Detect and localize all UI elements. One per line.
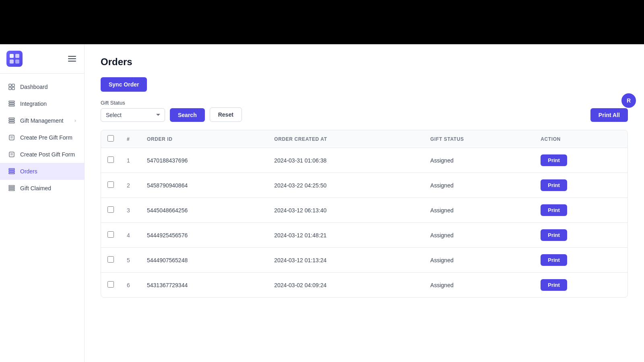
table-body: 1 5470188437696 2024-03-31 01:06:38 Assi… [101,148,627,298]
sidebar-item-label: Create Pre Gift Form [20,134,72,141]
row-gift-status-0: Assigned [424,148,534,173]
svg-rect-10 [9,105,14,106]
row-gift-status-1: Assigned [424,173,534,198]
chevron-right-icon: › [74,118,76,123]
row-gift-status-4: Assigned [424,248,534,273]
user-avatar[interactable]: R [621,93,636,108]
row-num-5: 6 [120,273,140,298]
nav-menu: Dashboard Integration [0,74,84,362]
hamburger-menu[interactable] [66,54,78,63]
sidebar-item-integration[interactable]: Integration [0,95,84,112]
sidebar-item-orders[interactable]: Orders [0,163,84,180]
col-header-gift-status: GIFT STATUS [424,130,534,148]
row-action-1: Print [534,173,627,198]
row-checkbox-1[interactable] [107,181,114,188]
row-num-0: 1 [120,148,140,173]
print-button-4[interactable]: Print [541,254,567,266]
print-button-2[interactable]: Print [541,204,567,216]
print-button-0[interactable]: Print [541,154,567,166]
orders-table-wrapper: # ORDER ID ORDER CREATED AT GIFT STATUS … [101,130,628,298]
row-created-at-1: 2024-03-22 04:25:50 [268,173,424,198]
sidebar-item-label: Gift Claimed [20,185,51,191]
reset-button[interactable]: Reset [210,107,242,122]
sidebar: Dashboard Integration [0,44,85,362]
form-icon [8,134,15,141]
sidebar-header [0,44,84,74]
sidebar-item-create-pre-gift-form[interactable]: Create Pre Gift Form [0,129,84,146]
table-row: 2 5458790940864 2024-03-22 04:25:50 Assi… [101,173,627,198]
svg-rect-1 [15,54,19,58]
gift-claimed-icon [8,185,15,192]
print-all-button[interactable]: Print All [590,108,628,122]
select-all-checkbox[interactable] [107,135,114,142]
svg-rect-20 [9,169,14,170]
svg-rect-0 [10,54,14,58]
col-header-action: ACTION [534,130,627,148]
user-area: R [621,93,636,108]
row-num-4: 5 [120,248,140,273]
sidebar-item-gift-claimed[interactable]: Gift Claimed [0,180,84,197]
col-header-order-id: ORDER ID [140,130,268,148]
svg-rect-14 [9,135,14,140]
row-checkbox-5[interactable] [107,281,114,288]
sidebar-item-label: Dashboard [20,84,48,90]
row-action-4: Print [534,248,627,273]
svg-rect-7 [12,87,14,90]
row-checkbox-3[interactable] [107,231,114,238]
row-created-at-0: 2024-03-31 01:06:38 [268,148,424,173]
svg-rect-21 [9,171,14,172]
form-icon-post [8,151,15,158]
row-order-id-5: 5431367729344 [140,273,268,298]
sync-order-button[interactable]: Sync Order [101,77,147,92]
row-action-0: Print [534,148,627,173]
svg-rect-9 [9,103,14,104]
row-order-id-3: 5444925456576 [140,223,268,248]
row-num-3: 4 [120,223,140,248]
svg-rect-25 [9,189,14,191]
row-created-at-2: 2024-03-12 06:13:40 [268,198,424,223]
table-row: 6 5431367729344 2024-03-02 04:09:24 Assi… [101,273,627,298]
grid-icon [8,83,15,90]
row-checkbox-2[interactable] [107,206,114,213]
row-checkbox-cell-5 [101,273,120,298]
sidebar-item-label: Gift Management [20,117,63,124]
row-checkbox-cell-0 [101,148,120,173]
sidebar-item-label: Orders [20,168,37,175]
gift-status-label: Gift Status [101,100,165,106]
row-order-id-4: 5444907565248 [140,248,268,273]
row-checkbox-4[interactable] [107,256,114,263]
table-row: 3 5445048664256 2024-03-12 06:13:40 Assi… [101,198,627,223]
row-order-id-0: 5470188437696 [140,148,268,173]
row-created-at-4: 2024-03-12 01:13:24 [268,248,424,273]
orders-icon [8,168,15,175]
sidebar-item-dashboard[interactable]: Dashboard [0,78,84,95]
row-num-2: 3 [120,198,140,223]
gift-icon [8,117,15,124]
search-button[interactable]: Search [170,108,205,122]
table-row: 1 5470188437696 2024-03-31 01:06:38 Assi… [101,148,627,173]
row-num-1: 2 [120,173,140,198]
row-checkbox-0[interactable] [107,156,114,163]
row-created-at-5: 2024-03-02 04:09:24 [268,273,424,298]
row-gift-status-5: Assigned [424,273,534,298]
sidebar-item-gift-management[interactable]: Gift Management › [0,112,84,129]
row-action-5: Print [534,273,627,298]
row-action-3: Print [534,223,627,248]
row-gift-status-2: Assigned [424,198,534,223]
svg-rect-8 [9,101,14,102]
svg-rect-24 [9,187,14,189]
svg-rect-13 [9,122,14,123]
print-button-3[interactable]: Print [541,229,567,241]
page-title: Orders [101,56,628,68]
svg-rect-22 [9,173,14,174]
print-button-1[interactable]: Print [541,179,567,191]
row-checkbox-cell-3 [101,223,120,248]
gift-status-filter-group: Gift Status Select Assigned Pending Comp… [101,100,165,122]
col-header-created-at: ORDER CREATED AT [268,130,424,148]
app-logo [6,51,23,67]
svg-rect-23 [9,185,14,187]
gift-status-select[interactable]: Select Assigned Pending Completed [101,108,165,122]
print-button-5[interactable]: Print [541,279,567,291]
sidebar-item-create-post-gift-form[interactable]: Create Post Gift Form [0,146,84,163]
row-created-at-3: 2024-03-12 01:48:21 [268,223,424,248]
